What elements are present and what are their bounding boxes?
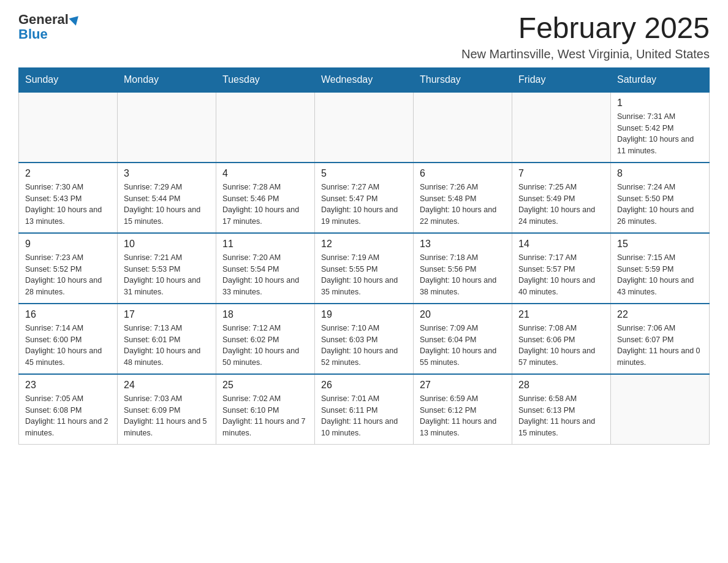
location-title: New Martinsville, West Virginia, United … xyxy=(461,47,710,61)
day-number: 26 xyxy=(321,380,407,391)
day-number: 10 xyxy=(124,239,210,250)
weekday-header-row: SundayMondayTuesdayWednesdayThursdayFrid… xyxy=(19,67,710,92)
day-info: Sunrise: 7:28 AMSunset: 5:46 PMDaylight:… xyxy=(222,182,308,228)
logo: General Blue xyxy=(18,12,80,42)
calendar-cell: 23Sunrise: 7:05 AMSunset: 6:08 PMDayligh… xyxy=(19,374,118,445)
day-info: Sunrise: 7:09 AMSunset: 6:04 PMDaylight:… xyxy=(420,323,506,369)
day-info: Sunrise: 7:08 AMSunset: 6:06 PMDaylight:… xyxy=(518,323,604,369)
calendar-cell: 26Sunrise: 7:01 AMSunset: 6:11 PMDayligh… xyxy=(315,374,414,445)
weekday-header-sunday: Sunday xyxy=(19,67,118,92)
calendar-cell: 12Sunrise: 7:19 AMSunset: 5:55 PMDayligh… xyxy=(315,233,414,304)
day-info: Sunrise: 7:27 AMSunset: 5:47 PMDaylight:… xyxy=(321,182,407,228)
week-row-2: 2Sunrise: 7:30 AMSunset: 5:43 PMDaylight… xyxy=(19,163,710,233)
calendar-cell: 24Sunrise: 7:03 AMSunset: 6:09 PMDayligh… xyxy=(118,374,216,445)
weekday-header-saturday: Saturday xyxy=(611,67,710,92)
day-info: Sunrise: 7:24 AMSunset: 5:50 PMDaylight:… xyxy=(617,182,703,228)
day-number: 19 xyxy=(321,309,407,320)
day-number: 20 xyxy=(420,309,506,320)
calendar-cell: 2Sunrise: 7:30 AMSunset: 5:43 PMDaylight… xyxy=(19,163,118,233)
day-info: Sunrise: 7:01 AMSunset: 6:11 PMDaylight:… xyxy=(321,393,407,439)
day-number: 17 xyxy=(124,309,210,320)
calendar-cell xyxy=(611,374,710,445)
day-number: 6 xyxy=(420,168,506,179)
day-number: 8 xyxy=(617,168,703,179)
day-number: 24 xyxy=(124,380,210,391)
day-number: 14 xyxy=(518,239,604,250)
week-row-5: 23Sunrise: 7:05 AMSunset: 6:08 PMDayligh… xyxy=(19,374,710,445)
week-row-1: 1Sunrise: 7:31 AMSunset: 5:42 PMDaylight… xyxy=(19,92,710,163)
day-number: 15 xyxy=(617,239,703,250)
day-number: 21 xyxy=(518,309,604,320)
calendar-cell xyxy=(19,92,118,163)
day-info: Sunrise: 7:26 AMSunset: 5:48 PMDaylight:… xyxy=(420,182,506,228)
calendar-cell: 20Sunrise: 7:09 AMSunset: 6:04 PMDayligh… xyxy=(414,304,512,374)
calendar-cell: 21Sunrise: 7:08 AMSunset: 6:06 PMDayligh… xyxy=(512,304,611,374)
day-number: 18 xyxy=(222,309,308,320)
day-info: Sunrise: 6:58 AMSunset: 6:13 PMDaylight:… xyxy=(518,393,604,439)
calendar-cell: 9Sunrise: 7:23 AMSunset: 5:52 PMDaylight… xyxy=(19,233,118,304)
calendar-cell: 18Sunrise: 7:12 AMSunset: 6:02 PMDayligh… xyxy=(216,304,315,374)
day-info: Sunrise: 6:59 AMSunset: 6:12 PMDaylight:… xyxy=(420,393,506,439)
calendar-cell: 25Sunrise: 7:02 AMSunset: 6:10 PMDayligh… xyxy=(216,374,315,445)
calendar-cell: 5Sunrise: 7:27 AMSunset: 5:47 PMDaylight… xyxy=(315,163,414,233)
day-info: Sunrise: 7:31 AMSunset: 5:42 PMDaylight:… xyxy=(617,111,703,157)
day-number: 23 xyxy=(25,380,111,391)
day-number: 5 xyxy=(321,168,407,179)
day-info: Sunrise: 7:30 AMSunset: 5:43 PMDaylight:… xyxy=(25,182,111,228)
calendar-cell: 27Sunrise: 6:59 AMSunset: 6:12 PMDayligh… xyxy=(414,374,512,445)
calendar-cell: 1Sunrise: 7:31 AMSunset: 5:42 PMDaylight… xyxy=(611,92,710,163)
day-info: Sunrise: 7:06 AMSunset: 6:07 PMDaylight:… xyxy=(617,323,703,369)
day-info: Sunrise: 7:14 AMSunset: 6:00 PMDaylight:… xyxy=(25,323,111,369)
day-info: Sunrise: 7:20 AMSunset: 5:54 PMDaylight:… xyxy=(222,252,308,298)
calendar-cell xyxy=(512,92,611,163)
calendar-cell: 15Sunrise: 7:15 AMSunset: 5:59 PMDayligh… xyxy=(611,233,710,304)
day-info: Sunrise: 7:19 AMSunset: 5:55 PMDaylight:… xyxy=(321,252,407,298)
calendar-cell xyxy=(414,92,512,163)
calendar-cell: 14Sunrise: 7:17 AMSunset: 5:57 PMDayligh… xyxy=(512,233,611,304)
day-number: 11 xyxy=(222,239,308,250)
month-title: February 2025 xyxy=(461,12,710,45)
calendar-cell: 4Sunrise: 7:28 AMSunset: 5:46 PMDaylight… xyxy=(216,163,315,233)
calendar-cell xyxy=(216,92,315,163)
calendar-cell xyxy=(118,92,216,163)
day-number: 9 xyxy=(25,239,111,250)
calendar-cell: 13Sunrise: 7:18 AMSunset: 5:56 PMDayligh… xyxy=(414,233,512,304)
logo-text: General xyxy=(18,12,80,27)
logo-triangle-icon xyxy=(69,16,80,27)
day-number: 1 xyxy=(617,98,703,109)
day-number: 2 xyxy=(25,168,111,179)
day-info: Sunrise: 7:05 AMSunset: 6:08 PMDaylight:… xyxy=(25,393,111,439)
weekday-header-friday: Friday xyxy=(512,67,611,92)
calendar-cell: 28Sunrise: 6:58 AMSunset: 6:13 PMDayligh… xyxy=(512,374,611,445)
day-info: Sunrise: 7:25 AMSunset: 5:49 PMDaylight:… xyxy=(518,182,604,228)
day-number: 12 xyxy=(321,239,407,250)
logo-general: General xyxy=(18,12,69,27)
logo-blue: Blue xyxy=(18,26,48,42)
calendar-cell: 6Sunrise: 7:26 AMSunset: 5:48 PMDaylight… xyxy=(414,163,512,233)
calendar-cell: 3Sunrise: 7:29 AMSunset: 5:44 PMDaylight… xyxy=(118,163,216,233)
day-info: Sunrise: 7:21 AMSunset: 5:53 PMDaylight:… xyxy=(124,252,210,298)
page-header: General Blue February 2025 New Martinsvi… xyxy=(18,12,710,61)
day-number: 7 xyxy=(518,168,604,179)
calendar-cell xyxy=(315,92,414,163)
day-info: Sunrise: 7:17 AMSunset: 5:57 PMDaylight:… xyxy=(518,252,604,298)
weekday-header-monday: Monday xyxy=(118,67,216,92)
day-info: Sunrise: 7:23 AMSunset: 5:52 PMDaylight:… xyxy=(25,252,111,298)
day-number: 16 xyxy=(25,309,111,320)
day-info: Sunrise: 7:13 AMSunset: 6:01 PMDaylight:… xyxy=(124,323,210,369)
day-info: Sunrise: 7:15 AMSunset: 5:59 PMDaylight:… xyxy=(617,252,703,298)
day-number: 13 xyxy=(420,239,506,250)
day-info: Sunrise: 7:02 AMSunset: 6:10 PMDaylight:… xyxy=(222,393,308,439)
calendar-cell: 16Sunrise: 7:14 AMSunset: 6:00 PMDayligh… xyxy=(19,304,118,374)
calendar-table: SundayMondayTuesdayWednesdayThursdayFrid… xyxy=(18,67,710,445)
day-number: 25 xyxy=(222,380,308,391)
calendar-cell: 7Sunrise: 7:25 AMSunset: 5:49 PMDaylight… xyxy=(512,163,611,233)
weekday-header-wednesday: Wednesday xyxy=(315,67,414,92)
title-block: February 2025 New Martinsville, West Vir… xyxy=(461,12,710,61)
weekday-header-thursday: Thursday xyxy=(414,67,512,92)
calendar-cell: 19Sunrise: 7:10 AMSunset: 6:03 PMDayligh… xyxy=(315,304,414,374)
day-number: 27 xyxy=(420,380,506,391)
day-number: 3 xyxy=(124,168,210,179)
week-row-3: 9Sunrise: 7:23 AMSunset: 5:52 PMDaylight… xyxy=(19,233,710,304)
day-info: Sunrise: 7:12 AMSunset: 6:02 PMDaylight:… xyxy=(222,323,308,369)
